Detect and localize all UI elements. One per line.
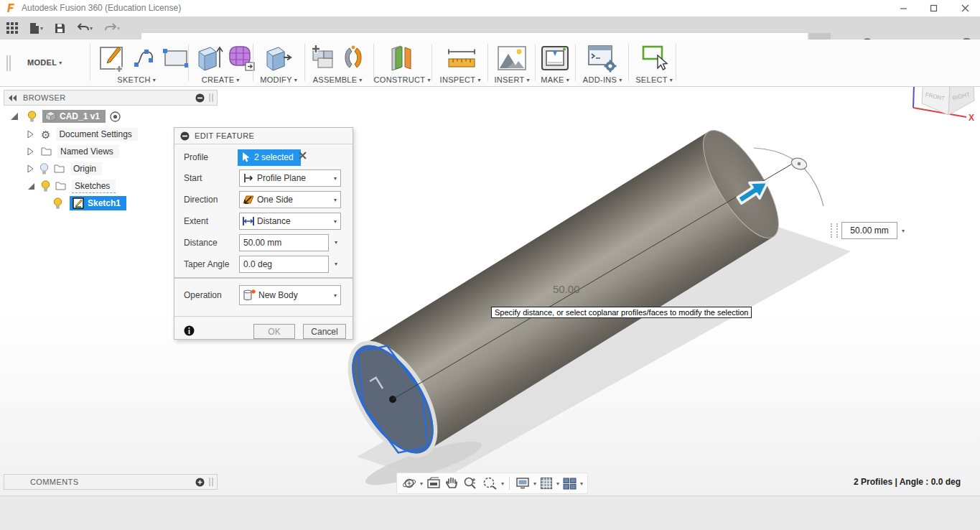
expanded-triangle-icon[interactable]: [27, 182, 35, 190]
insert-canvas-button[interactable]: [495, 42, 528, 75]
ribbon-group-construct[interactable]: CONSTRUCT▾: [366, 75, 438, 84]
select-button[interactable]: [638, 42, 671, 75]
viewports-icon[interactable]: [562, 477, 577, 491]
clear-selection-icon[interactable]: [298, 151, 307, 160]
profile-selection-chip[interactable]: 2 selected: [238, 149, 301, 166]
app-grid-icon[interactable]: [6, 22, 19, 34]
ribbon-group-add-ins[interactable]: ADD-INS▾: [574, 75, 630, 84]
chevron-down-icon[interactable]: ▾: [556, 480, 559, 487]
display-settings-icon[interactable]: [515, 476, 531, 491]
chevron-down-icon[interactable]: ▾: [40, 25, 43, 32]
distance-value-input[interactable]: [841, 222, 897, 239]
spline-tool-button[interactable]: [132, 42, 161, 75]
chevron-down-icon[interactable]: ▾: [533, 480, 536, 487]
workspace-switcher[interactable]: MODEL ▾: [27, 58, 62, 67]
construct-plane-button[interactable]: [385, 42, 418, 75]
ribbon-group-sketch[interactable]: SKETCH▾: [104, 75, 169, 84]
undo-icon[interactable]: ▾: [76, 22, 93, 34]
expanded-triangle-icon[interactable]: [10, 112, 19, 121]
dialog-header[interactable]: EDIT FEATURE: [174, 128, 353, 144]
ribbon-group-modify[interactable]: MODIFY▾: [253, 75, 304, 84]
distance-input[interactable]: [239, 234, 329, 251]
remove-panel-icon[interactable]: [195, 93, 205, 103]
ribbon-group-inspect[interactable]: INSPECT▾: [431, 75, 490, 84]
maximize-button[interactable]: [919, 0, 948, 17]
panel-grip[interactable]: [209, 93, 214, 102]
activate-radio-icon[interactable]: [110, 111, 121, 122]
collapsed-triangle-icon[interactable]: [27, 147, 34, 156]
create-sketch-button[interactable]: [96, 42, 129, 75]
new-component-button[interactable]: [307, 42, 339, 75]
sketches-folder-label[interactable]: Sketches: [72, 180, 116, 193]
redo-icon[interactable]: ▾: [103, 22, 121, 34]
ribbon-group-create[interactable]: CREATE▾: [188, 75, 253, 84]
taper-angle-input[interactable]: [239, 256, 329, 273]
cancel-button[interactable]: Cancel: [303, 324, 346, 339]
taper-angle-handle[interactable]: [790, 156, 808, 171]
look-at-icon[interactable]: [426, 476, 442, 491]
sketch1-item[interactable]: Sketch1: [70, 196, 126, 210]
bulb-on-icon[interactable]: [41, 180, 50, 192]
bulb-off-icon[interactable]: [39, 163, 49, 175]
zoom-icon[interactable]: [462, 475, 478, 491]
comments-panel-header[interactable]: COMMENTS: [4, 474, 218, 490]
browser-panel-header[interactable]: BROWSER: [4, 90, 218, 106]
ribbon-group-insert[interactable]: INSERT▾: [487, 75, 537, 84]
add-comment-icon[interactable]: [195, 478, 205, 487]
start-select[interactable]: Profile Plane ▾: [239, 169, 341, 187]
info-icon[interactable]: [184, 325, 195, 336]
dimension-value: 50.00: [553, 283, 580, 295]
chevron-down-icon: ▾: [330, 175, 340, 182]
chevron-down-icon[interactable]: ▾: [331, 239, 341, 246]
operation-select[interactable]: New Body ▾: [239, 285, 341, 305]
collapsed-triangle-icon[interactable]: [27, 164, 34, 173]
toolbar-grip[interactable]: [6, 55, 11, 71]
tree-row-root[interactable]: CAD_1 v1: [10, 108, 121, 124]
joint-button[interactable]: [339, 42, 369, 75]
extrude-button[interactable]: [192, 42, 225, 75]
add-ins-scripts-button[interactable]: [585, 42, 620, 75]
drag-grip-dots[interactable]: [831, 223, 838, 238]
tree-row-sketch1[interactable]: Sketch1: [53, 195, 126, 211]
tree-row-named-views[interactable]: Named Views: [27, 144, 119, 159]
chevron-down-icon[interactable]: ▾: [501, 480, 504, 487]
ok-button[interactable]: OK: [253, 324, 295, 339]
tree-row-sketches[interactable]: Sketches: [27, 178, 116, 194]
tree-row-origin[interactable]: Origin: [27, 161, 102, 177]
named-views-label[interactable]: Named Views: [57, 145, 119, 158]
chevron-down-icon[interactable]: ▾: [420, 480, 423, 487]
orbit-icon[interactable]: [401, 475, 417, 491]
document-settings-label[interactable]: Document Settings: [56, 128, 137, 141]
pan-hand-icon[interactable]: [444, 475, 459, 491]
extent-select[interactable]: Distance ▾: [239, 213, 341, 230]
zoom-window-icon[interactable]: [481, 475, 498, 491]
tree-row-document-settings[interactable]: ⚙ Document Settings: [27, 126, 138, 142]
ribbon-group-select[interactable]: SELECT▾: [629, 75, 679, 84]
collapse-dialog-icon[interactable]: [180, 131, 190, 141]
close-window-button[interactable]: [951, 0, 979, 17]
file-menu-icon[interactable]: ▾: [29, 22, 44, 35]
chevron-down-icon[interactable]: ▾: [580, 480, 583, 487]
rectangle-tool-button[interactable]: [161, 42, 191, 75]
chevron-down-icon[interactable]: ▾: [117, 25, 120, 32]
bulb-on-icon[interactable]: [27, 111, 37, 123]
save-icon[interactable]: [54, 22, 66, 34]
press-pull-button[interactable]: [261, 42, 294, 75]
chevron-down-icon[interactable]: ▾: [902, 228, 905, 234]
minimize-button[interactable]: [889, 0, 918, 17]
make-3d-print-button[interactable]: [538, 42, 571, 75]
root-component-item[interactable]: CAD_1 v1: [42, 110, 106, 123]
collapse-panel-icon[interactable]: [9, 95, 17, 101]
grid-settings-icon[interactable]: [539, 476, 554, 491]
chevron-down-icon: ▾: [330, 218, 340, 225]
origin-label[interactable]: Origin: [70, 162, 102, 175]
chevron-down-icon[interactable]: ▾: [90, 25, 93, 32]
panel-grip[interactable]: [209, 478, 214, 486]
chevron-down-icon[interactable]: ▾: [331, 261, 341, 267]
ribbon-group-make[interactable]: MAKE▾: [534, 75, 576, 84]
bulb-on-icon[interactable]: [53, 197, 62, 210]
collapsed-triangle-icon[interactable]: [27, 130, 34, 139]
ribbon-group-assemble[interactable]: ASSEMBLE▾: [302, 75, 373, 84]
measure-button[interactable]: [444, 42, 480, 75]
direction-select[interactable]: One Side ▾: [239, 191, 341, 208]
